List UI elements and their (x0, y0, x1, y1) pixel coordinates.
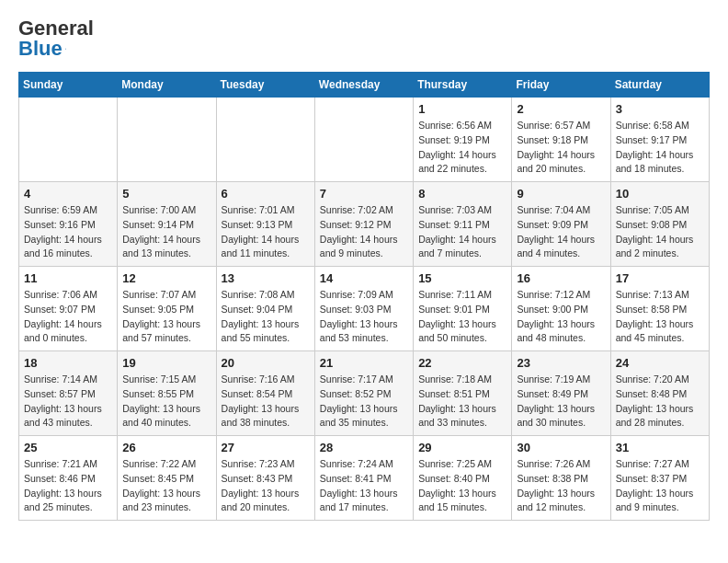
day-info: Sunrise: 7:08 AMSunset: 9:04 PMDaylight:… (222, 288, 310, 346)
day-number: 9 (517, 187, 605, 201)
day-number: 12 (122, 271, 210, 285)
calendar-cell: 25Sunrise: 7:21 AMSunset: 8:46 PMDayligh… (19, 436, 118, 521)
day-info: Sunrise: 6:56 AMSunset: 9:19 PMDaylight:… (418, 119, 506, 177)
calendar-week-row: 11Sunrise: 7:06 AMSunset: 9:07 PMDayligh… (19, 267, 710, 351)
calendar-cell: 22Sunrise: 7:18 AMSunset: 8:51 PMDayligh… (414, 351, 512, 436)
day-number: 14 (320, 271, 408, 285)
day-number: 22 (418, 356, 506, 370)
weekday-header-sunday: Sunday (19, 73, 118, 98)
weekday-header-row: SundayMondayTuesdayWednesdayThursdayFrid… (19, 73, 710, 98)
calendar-cell: 18Sunrise: 7:14 AMSunset: 8:57 PMDayligh… (19, 351, 118, 436)
calendar-cell (19, 98, 118, 182)
calendar-cell: 1Sunrise: 6:56 AMSunset: 9:19 PMDaylight… (414, 98, 512, 182)
calendar-cell: 21Sunrise: 7:17 AMSunset: 8:52 PMDayligh… (314, 351, 413, 436)
day-number: 19 (122, 356, 210, 370)
calendar-cell: 29Sunrise: 7:25 AMSunset: 8:40 PMDayligh… (414, 436, 512, 521)
calendar-week-row: 18Sunrise: 7:14 AMSunset: 8:57 PMDayligh… (19, 351, 710, 436)
day-info: Sunrise: 6:57 AMSunset: 9:18 PMDaylight:… (517, 119, 605, 177)
calendar-cell: 19Sunrise: 7:15 AMSunset: 8:55 PMDayligh… (118, 351, 216, 436)
weekday-header-wednesday: Wednesday (314, 73, 413, 98)
day-info: Sunrise: 7:09 AMSunset: 9:03 PMDaylight:… (320, 288, 408, 346)
day-number: 16 (517, 271, 605, 285)
day-number: 26 (122, 441, 210, 454)
calendar-cell: 30Sunrise: 7:26 AMSunset: 8:38 PMDayligh… (512, 436, 610, 521)
day-number: 13 (222, 271, 310, 285)
day-info: Sunrise: 7:03 AMSunset: 9:11 PMDaylight:… (418, 203, 506, 261)
day-info: Sunrise: 7:20 AMSunset: 8:48 PMDaylight:… (616, 373, 704, 431)
day-info: Sunrise: 7:01 AMSunset: 9:13 PMDaylight:… (222, 203, 310, 261)
day-info: Sunrise: 7:26 AMSunset: 8:38 PMDaylight:… (517, 457, 605, 515)
calendar-cell: 7Sunrise: 7:02 AMSunset: 9:12 PMDaylight… (314, 182, 413, 267)
calendar-cell: 31Sunrise: 7:27 AMSunset: 8:37 PMDayligh… (610, 436, 709, 521)
calendar-cell: 2Sunrise: 6:57 AMSunset: 9:18 PMDaylight… (512, 98, 610, 182)
day-number: 24 (616, 356, 704, 370)
calendar-cell: 4Sunrise: 6:59 AMSunset: 9:16 PMDaylight… (19, 182, 118, 267)
day-number: 29 (418, 441, 506, 454)
day-info: Sunrise: 7:21 AMSunset: 8:46 PMDaylight:… (24, 457, 112, 515)
weekday-header-tuesday: Tuesday (216, 73, 314, 98)
day-info: Sunrise: 7:19 AMSunset: 8:49 PMDaylight:… (517, 373, 605, 431)
day-info: Sunrise: 7:16 AMSunset: 8:54 PMDaylight:… (222, 373, 310, 431)
day-number: 17 (616, 271, 704, 285)
calendar-week-row: 4Sunrise: 6:59 AMSunset: 9:16 PMDaylight… (19, 182, 710, 267)
day-number: 4 (24, 187, 112, 201)
calendar-cell (118, 98, 216, 182)
day-info: Sunrise: 7:13 AMSunset: 8:58 PMDaylight:… (616, 288, 704, 346)
day-number: 25 (24, 441, 112, 454)
calendar-cell: 16Sunrise: 7:12 AMSunset: 9:00 PMDayligh… (512, 267, 610, 351)
calendar-cell: 14Sunrise: 7:09 AMSunset: 9:03 PMDayligh… (314, 267, 413, 351)
day-info: Sunrise: 7:00 AMSunset: 9:14 PMDaylight:… (122, 203, 210, 261)
day-number: 30 (517, 441, 605, 454)
day-number: 28 (320, 441, 408, 454)
calendar-cell: 3Sunrise: 6:58 AMSunset: 9:17 PMDaylight… (610, 98, 709, 182)
day-info: Sunrise: 7:06 AMSunset: 9:07 PMDaylight:… (24, 288, 112, 346)
day-number: 27 (222, 441, 310, 454)
calendar-cell: 13Sunrise: 7:08 AMSunset: 9:04 PMDayligh… (216, 267, 314, 351)
day-number: 20 (222, 356, 310, 370)
day-info: Sunrise: 6:58 AMSunset: 9:17 PMDaylight:… (616, 119, 704, 177)
calendar-cell: 10Sunrise: 7:05 AMSunset: 9:08 PMDayligh… (610, 182, 709, 267)
calendar-cell: 27Sunrise: 7:23 AMSunset: 8:43 PMDayligh… (216, 436, 314, 521)
weekday-header-thursday: Thursday (414, 73, 512, 98)
calendar-cell: 28Sunrise: 7:24 AMSunset: 8:41 PMDayligh… (314, 436, 413, 521)
weekday-header-saturday: Saturday (610, 73, 709, 98)
calendar-week-row: 1Sunrise: 6:56 AMSunset: 9:19 PMDaylight… (19, 98, 710, 182)
day-number: 3 (616, 102, 704, 116)
page-header: General Blue (18, 18, 710, 57)
logo: General Blue (18, 18, 66, 57)
day-number: 10 (616, 187, 704, 201)
day-info: Sunrise: 7:22 AMSunset: 8:45 PMDaylight:… (122, 457, 210, 515)
calendar-cell: 11Sunrise: 7:06 AMSunset: 9:07 PMDayligh… (19, 267, 118, 351)
calendar-cell: 26Sunrise: 7:22 AMSunset: 8:45 PMDayligh… (118, 436, 216, 521)
calendar-table: SundayMondayTuesdayWednesdayThursdayFrid… (18, 72, 710, 521)
day-info: Sunrise: 6:59 AMSunset: 9:16 PMDaylight:… (24, 203, 112, 261)
day-info: Sunrise: 7:18 AMSunset: 8:51 PMDaylight:… (418, 373, 506, 431)
calendar-cell (216, 98, 314, 182)
day-info: Sunrise: 7:11 AMSunset: 9:01 PMDaylight:… (418, 288, 506, 346)
weekday-header-monday: Monday (118, 73, 216, 98)
calendar-cell (314, 98, 413, 182)
day-info: Sunrise: 7:27 AMSunset: 8:37 PMDaylight:… (616, 457, 704, 515)
day-number: 23 (517, 356, 605, 370)
day-number: 21 (320, 356, 408, 370)
weekday-header-friday: Friday (512, 73, 610, 98)
day-info: Sunrise: 7:15 AMSunset: 8:55 PMDaylight:… (122, 373, 210, 431)
calendar-cell: 24Sunrise: 7:20 AMSunset: 8:48 PMDayligh… (610, 351, 709, 436)
day-info: Sunrise: 7:04 AMSunset: 9:09 PMDaylight:… (517, 203, 605, 261)
day-number: 11 (24, 271, 112, 285)
calendar-cell: 8Sunrise: 7:03 AMSunset: 9:11 PMDaylight… (414, 182, 512, 267)
day-number: 8 (418, 187, 506, 201)
calendar-cell: 20Sunrise: 7:16 AMSunset: 8:54 PMDayligh… (216, 351, 314, 436)
calendar-cell: 15Sunrise: 7:11 AMSunset: 9:01 PMDayligh… (414, 267, 512, 351)
day-info: Sunrise: 7:14 AMSunset: 8:57 PMDaylight:… (24, 373, 112, 431)
calendar-cell: 17Sunrise: 7:13 AMSunset: 8:58 PMDayligh… (610, 267, 709, 351)
calendar-cell: 6Sunrise: 7:01 AMSunset: 9:13 PMDaylight… (216, 182, 314, 267)
day-info: Sunrise: 7:05 AMSunset: 9:08 PMDaylight:… (616, 203, 704, 261)
calendar-cell: 23Sunrise: 7:19 AMSunset: 8:49 PMDayligh… (512, 351, 610, 436)
day-number: 2 (517, 102, 605, 116)
calendar-cell: 5Sunrise: 7:00 AMSunset: 9:14 PMDaylight… (118, 182, 216, 267)
day-number: 7 (320, 187, 408, 201)
day-info: Sunrise: 7:17 AMSunset: 8:52 PMDaylight:… (320, 373, 408, 431)
day-number: 1 (418, 102, 506, 116)
logo-icon (65, 39, 66, 59)
